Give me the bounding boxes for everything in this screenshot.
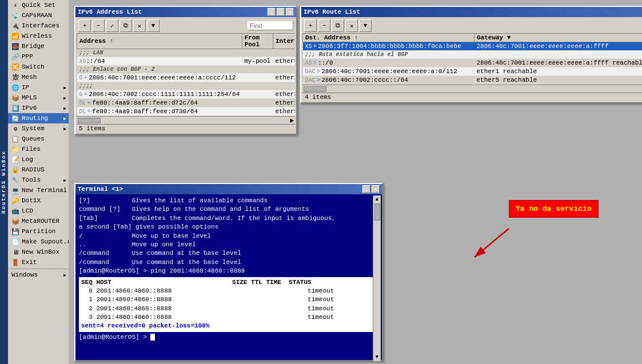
sidebar-item-label: New Terminal	[22, 187, 67, 194]
ping-output-box: SEQ HOST SIZE TTL TIME STATUS 0 2001:486…	[79, 277, 378, 332]
sidebar-item-wireless[interactable]: 📶Wireless	[8, 31, 69, 41]
sidebar-item-tools[interactable]: 🔧Tools▶	[8, 175, 69, 185]
sidebar-item-label: Wireless	[22, 33, 52, 39]
sidebar-item-queues[interactable]: 📋Queues	[8, 134, 69, 144]
sidebar-item-new-winbox[interactable]: 🖥New WinBox	[8, 247, 69, 257]
ipv6-route-toolbar: + − ⧉ ✕ ▼	[302, 18, 642, 33]
copy-button[interactable]: ⧉	[119, 19, 132, 32]
sidebar-item-partition[interactable]: 💾Partition	[8, 226, 69, 237]
sidebar-item-lcd[interactable]: 📺LCD	[8, 206, 69, 216]
sidebar-item-label: New WinBox	[22, 249, 59, 255]
sidebar-item-log[interactable]: 📝Log	[8, 154, 69, 165]
table-row[interactable]: G+2806:40c:7001:eeee:eeee:eeee:a:cccc/11…	[77, 74, 296, 82]
sidebar-item-system[interactable]: ⚙System▶	[8, 123, 69, 134]
sidebar-item-mesh[interactable]: 🕸Mesh	[8, 72, 69, 82]
horizontal-scrollbar[interactable]: ▶	[77, 116, 295, 124]
ipv6-address-titlebar[interactable]: IPv6 Address List _ □ ✕	[75, 7, 296, 17]
routing-icon: 🔄	[11, 114, 19, 122]
minimize-button[interactable]: _	[268, 8, 276, 16]
bridge-icon: 🌉	[11, 42, 19, 50]
table-row[interactable]: DL+fe80::4aa9:8aff:feee:d72c/64 ether1	[77, 99, 296, 107]
sidebar-item-mpls[interactable]: 📦MPLS▶	[8, 93, 69, 103]
ipv6-route-titlebar[interactable]: IPv6 Route List _ □ ✕	[301, 7, 642, 17]
ipv6-address-win-buttons: _ □ ✕	[268, 8, 294, 16]
sidebar-item-dot1x[interactable]: 🔑Dot1X	[8, 195, 69, 206]
add-button[interactable]: +	[78, 19, 91, 32]
table-row[interactable]: ;;; LAN	[77, 49, 296, 57]
maximize-button[interactable]: □	[277, 8, 285, 16]
minimize-button[interactable]: _	[362, 185, 370, 193]
sidebar-item-bridge[interactable]: 🌉Bridge	[8, 41, 69, 51]
col-gateway[interactable]: Gateway ▼	[474, 34, 643, 42]
filter-button[interactable]: ▼	[359, 19, 372, 32]
find-input[interactable]	[248, 21, 293, 30]
table-row[interactable]: DAC>2806:40c:7001:eeee:eeee:eeee:a:0/112…	[303, 67, 643, 76]
sidebar-item-metarouter[interactable]: 📦MetaROUTER	[8, 216, 69, 226]
callout-arrow	[457, 217, 526, 274]
sidebar-item-ip[interactable]: 🌐IP▶	[8, 82, 69, 93]
table-row[interactable]: ;;; Ruta estatica hacia el BGP	[303, 51, 643, 59]
sidebar-item-ppp[interactable]: 🔗PPP	[8, 51, 69, 62]
sidebar-item-label: Bridge	[22, 43, 45, 50]
quick-set-icon: ⚡	[11, 1, 19, 9]
col-from-pool[interactable]: From Pool	[242, 34, 273, 49]
terminal-help-line: / Move up to base level	[79, 232, 378, 241]
col-address[interactable]: Address ↑	[77, 34, 242, 49]
ping-row: 1 2001:4860:4860::8888 timeout	[81, 295, 376, 304]
sidebar-item-label: CAPsMAAN	[22, 12, 52, 19]
radius-icon: 🔒	[11, 166, 19, 174]
sidebar-item-windows[interactable]: Windows▶	[8, 270, 69, 279]
sidebar-item-label: MPLS	[22, 94, 37, 101]
table-row[interactable]: DAC>2806:40c:7002:cccc::/64 ether5 reach…	[303, 76, 643, 85]
disable-button[interactable]: ✕	[133, 19, 146, 32]
vscrollbar-thumb[interactable]	[374, 203, 380, 221]
remove-button[interactable]: −	[318, 19, 330, 32]
table-row[interactable]: ;;; Enlace con BGP - 2	[77, 66, 296, 74]
sidebar-winbox-label: RouterOS WinBox	[0, 0, 8, 364]
disable-button[interactable]: ✕	[345, 19, 358, 32]
sidebar-item-interfaces[interactable]: 🔌Interfaces	[8, 21, 69, 31]
col-interface[interactable]: Inter▼	[273, 34, 295, 49]
table-row[interactable]: ;;;;	[77, 82, 296, 90]
terminal-content: [?] Gives the list of available commands…	[79, 197, 378, 342]
edit-button[interactable]: ✓	[106, 19, 118, 32]
ipv6-icon: 6️⃣	[11, 104, 19, 112]
scrollbar-thumb[interactable]	[78, 118, 101, 123]
terminal-final-prompt[interactable]: [admin@RouterOS] >	[79, 333, 378, 342]
table-row[interactable]: AS>::/0 2806:40c:7001:eeee:eeee:eeee:a:f…	[303, 59, 643, 67]
add-button[interactable]: +	[304, 19, 317, 32]
table-row[interactable]: XG::/64 my-pool ether5	[77, 57, 296, 66]
sidebar-item-make-supout[interactable]: 📄Make Supout.rif	[8, 237, 69, 247]
sidebar-item-routing[interactable]: 🔄Routing▶	[8, 113, 69, 123]
sidebar-item-switch[interactable]: 🔀Switch	[8, 62, 69, 72]
sidebar-item-files[interactable]: 📁Files	[8, 144, 69, 154]
sidebar-item-radius[interactable]: 🔒RADIUS	[8, 165, 69, 175]
sidebar-item-quick-set[interactable]: ⚡Quick Set	[8, 0, 69, 10]
sidebar-item-ipv6[interactable]: 6️⃣IPv6▶	[8, 103, 69, 113]
sidebar-item-label: LCD	[22, 207, 33, 214]
terminal-titlebar[interactable]: Terminal <1> _ ✕	[75, 184, 382, 194]
table-row[interactable]: G+2806:40c:7002:cccc:1111:1111:1111:254/…	[77, 90, 296, 99]
sidebar-item-capsman[interactable]: 📡CAPsMAAN	[8, 10, 69, 21]
copy-button[interactable]: ⧉	[332, 19, 344, 32]
arrow-icon: ▶	[63, 273, 66, 278]
wireless-icon: 📶	[11, 32, 19, 40]
ping-row: 2 2001:4860:4860::8888 timeout	[81, 305, 376, 313]
horizontal-scrollbar[interactable]: ▶	[302, 85, 642, 93]
scrollbar-thumb[interactable]	[304, 86, 326, 92]
mesh-icon: 🕸	[11, 73, 19, 81]
filter-button[interactable]: ▼	[147, 19, 159, 32]
close-button[interactable]: ✕	[372, 185, 380, 193]
sidebar-item-exit[interactable]: 🚪Exit	[8, 257, 69, 267]
terminal-vscrollbar[interactable]: ▲ ▼	[373, 195, 381, 361]
col-dst[interactable]: Dst. Address ↑	[303, 34, 474, 42]
sidebar-item-new-terminal[interactable]: 💻New Terminal	[8, 185, 69, 195]
terminal-body[interactable]: [?] Gives the list of available commands…	[75, 194, 382, 360]
remove-button[interactable]: −	[92, 19, 105, 32]
table-row[interactable]: XS+2806:3f7:1004:bbbb:bbbb:bbbb:f0ca:beb…	[303, 42, 643, 51]
sidebar-item-label: IP	[22, 84, 29, 91]
sidebar-item-label: Partition	[22, 228, 55, 235]
svg-line-1	[474, 229, 509, 257]
table-row[interactable]: DL+fe80::4aa9:8aff:feee:d730/64 ether5	[77, 107, 296, 116]
close-button[interactable]: ✕	[286, 8, 294, 16]
